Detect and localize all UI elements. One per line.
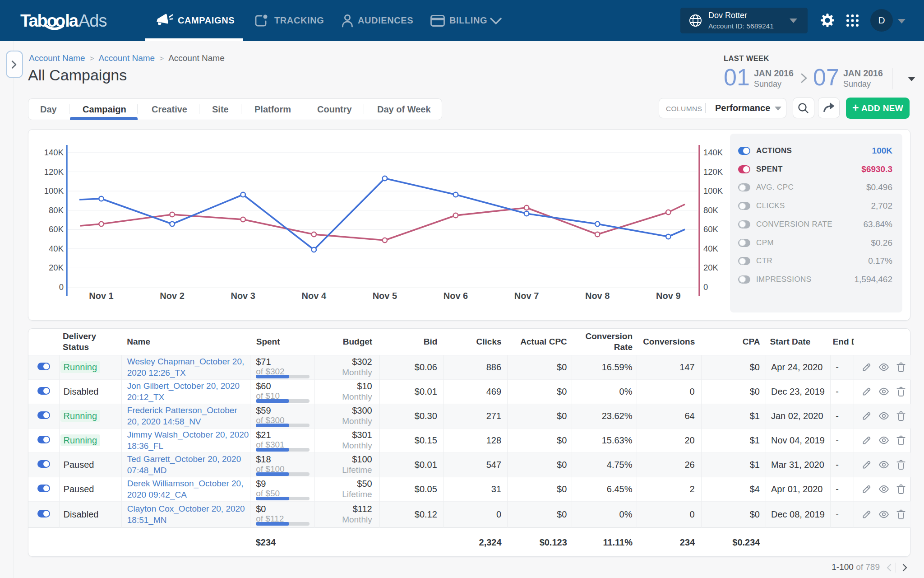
svg-text:Nov 5: Nov 5 <box>373 291 397 301</box>
svg-text:0: 0 <box>59 282 64 292</box>
svg-text:Nov 1: Nov 1 <box>89 291 113 301</box>
svg-text:100K: 100K <box>703 186 723 196</box>
svg-text:20K: 20K <box>49 263 64 272</box>
svg-text:Nov 2: Nov 2 <box>160 291 184 301</box>
svg-text:Nov 9: Nov 9 <box>656 291 680 301</box>
svg-text:120K: 120K <box>44 167 64 177</box>
svg-text:Nov 7: Nov 7 <box>514 291 539 301</box>
svg-text:60K: 60K <box>703 224 719 234</box>
svg-text:Nov 3: Nov 3 <box>231 291 255 301</box>
svg-text:140K: 140K <box>703 148 723 157</box>
svg-text:60K: 60K <box>49 224 64 234</box>
svg-text:40K: 40K <box>703 244 719 253</box>
svg-text:Nov 4: Nov 4 <box>302 291 327 301</box>
svg-text:80K: 80K <box>49 205 64 215</box>
svg-text:Nov 8: Nov 8 <box>585 291 610 301</box>
svg-text:100K: 100K <box>44 186 64 196</box>
svg-text:0: 0 <box>703 282 708 292</box>
svg-text:Nov 6: Nov 6 <box>444 291 468 301</box>
svg-text:80K: 80K <box>703 205 719 215</box>
svg-text:40K: 40K <box>49 244 64 253</box>
svg-text:140K: 140K <box>44 148 64 157</box>
svg-text:120K: 120K <box>703 167 723 177</box>
svg-text:20K: 20K <box>703 263 719 272</box>
